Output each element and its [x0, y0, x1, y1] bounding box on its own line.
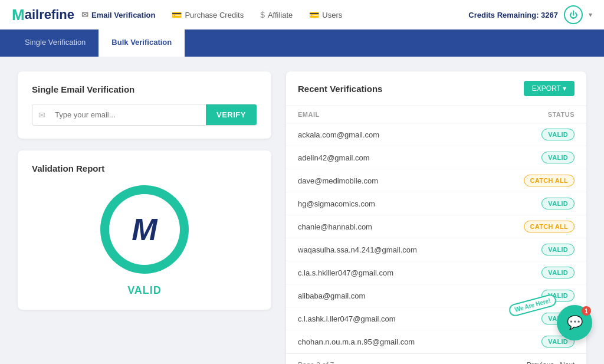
table-row[interactable]: ackala.com@gmail.comVALID: [286, 123, 586, 146]
email-cell: ackala.com@gmail.com: [298, 130, 516, 139]
recent-verifications-card: Recent Verifications EXPORT ▾ EMAIL STAT…: [286, 71, 586, 364]
nav-credits-label: Purchase Credits: [185, 11, 244, 19]
validation-status-label: VALID: [127, 284, 162, 297]
logo[interactable]: M ailrefine: [12, 6, 74, 24]
pagination: Previous Next: [527, 361, 575, 364]
recent-verifications-title: Recent Verifications: [298, 84, 382, 94]
email-cell: c.la.s.hkiller047@gmail.com: [298, 268, 516, 277]
status-cell: CATCH ALL: [516, 221, 575, 232]
nav-email-verification[interactable]: ✉ Email Verification: [74, 6, 162, 23]
logo-m: M: [12, 6, 25, 24]
table-row[interactable]: chohan.n.ou.m.a.n.95@gmail.comVALID: [286, 330, 586, 353]
nav-affiliate-label: Affiliate: [268, 11, 293, 19]
right-column: Recent Verifications EXPORT ▾ EMAIL STAT…: [286, 71, 586, 364]
credits-icon: 💳: [172, 10, 182, 19]
main-content: Single Email Verification ✉ VERIFY Valid…: [0, 57, 604, 364]
email-cell: hg@sigmacomics.com: [298, 199, 516, 208]
table-header: EMAIL STATUS: [286, 106, 586, 123]
nav-users-label: Users: [322, 11, 342, 19]
nav-affiliate[interactable]: $ Affiliate: [253, 6, 300, 23]
email-cell: adelin42@gmail.com: [298, 153, 516, 162]
email-input-row: ✉ VERIFY: [32, 104, 257, 126]
validation-logo-outer: M: [100, 185, 189, 274]
mailrefine-m-icon: M: [132, 214, 157, 245]
power-button[interactable]: ⏻: [564, 5, 583, 24]
email-cell: chanie@hannabi.com: [298, 222, 516, 231]
prev-button[interactable]: Previous: [527, 361, 554, 364]
chat-widget[interactable]: We Are Here! 💬 1: [557, 305, 592, 340]
status-cell: CATCH ALL: [516, 175, 575, 186]
status-badge: VALID: [541, 152, 575, 163]
recent-header: Recent Verifications EXPORT ▾: [286, 71, 586, 106]
sub-nav-single[interactable]: Single Verification: [12, 29, 99, 57]
chat-badge: 1: [582, 306, 591, 316]
table-row[interactable]: dave@medimobile.comCATCH ALL: [286, 169, 586, 192]
status-badge: CATCH ALL: [524, 175, 575, 186]
export-button[interactable]: EXPORT ▾: [524, 81, 575, 96]
credits-remaining: Credits Remaining: 3267: [468, 11, 558, 19]
status-cell: VALID: [516, 267, 575, 278]
col-email-header: EMAIL: [298, 111, 516, 118]
nav-purchase-credits[interactable]: 💳 Purchase Credits: [165, 6, 251, 23]
status-badge: VALID: [541, 198, 575, 209]
email-cell: alibaba@gmail.com: [298, 291, 516, 300]
sub-nav: Single Verification Bulk Verification: [0, 29, 604, 57]
email-input[interactable]: [51, 104, 206, 125]
validation-report-card: Validation Report M VALID: [18, 150, 271, 310]
status-cell: VALID: [516, 198, 575, 209]
validation-report-title: Validation Report: [32, 163, 104, 173]
next-button[interactable]: Next: [560, 361, 575, 364]
status-badge: VALID: [541, 244, 575, 255]
nav-users[interactable]: 💳 Users: [302, 6, 349, 23]
status-cell: VALID: [516, 152, 575, 163]
single-verify-title: Single Email Verification: [32, 84, 257, 94]
email-cell: dave@medimobile.com: [298, 176, 516, 185]
status-badge: VALID: [541, 267, 575, 278]
single-verify-card: Single Email Verification ✉ VERIFY: [18, 71, 271, 139]
status-badge: CATCH ALL: [524, 221, 575, 232]
verify-button[interactable]: VERIFY: [206, 104, 257, 125]
nav-email-label: Email Verification: [91, 11, 155, 19]
main-nav: ✉ Email Verification 💳 Purchase Credits …: [74, 6, 468, 23]
sub-nav-bulk[interactable]: Bulk Verification: [99, 29, 185, 57]
sub-nav-single-label: Single Verification: [25, 38, 86, 47]
email-icon: ✉: [81, 10, 88, 19]
table-row[interactable]: hg@sigmacomics.comVALID: [286, 192, 586, 215]
left-column: Single Email Verification ✉ VERIFY Valid…: [18, 71, 271, 364]
status-cell: VALID: [516, 129, 575, 140]
table-body: ackala.com@gmail.comVALIDadelin42@gmail.…: [286, 123, 586, 353]
header: M ailrefine ✉ Email Verification 💳 Purch…: [0, 0, 604, 29]
status-cell: VALID: [516, 244, 575, 255]
users-icon: 💳: [309, 10, 319, 19]
table-footer: Page 3 of 7 Previous Next: [286, 353, 586, 364]
logo-text: ailrefine: [25, 7, 74, 22]
table-row[interactable]: chanie@hannabi.comCATCH ALL: [286, 215, 586, 238]
chat-icon: 💬: [567, 315, 583, 330]
email-cell: c.l.ashk.i.ller047@gmail.com: [298, 314, 516, 323]
user-dropdown-arrow[interactable]: ▾: [589, 11, 592, 19]
table-row[interactable]: c.l.ashk.i.ller047@gmail.comVALID: [286, 307, 586, 330]
table-row[interactable]: waqasulha.ssa.n4.241@gmail.comVALID: [286, 238, 586, 261]
table-row[interactable]: adelin42@gmail.comVALID: [286, 146, 586, 169]
col-status-header: STATUS: [516, 111, 575, 118]
email-cell: chohan.n.ou.m.a.n.95@gmail.com: [298, 337, 516, 346]
header-right: Credits Remaining: 3267 ⏻ ▾: [468, 5, 592, 24]
envelope-icon: ✉: [32, 110, 51, 120]
status-badge: VALID: [541, 129, 575, 140]
page-info: Page 3 of 7: [298, 361, 334, 364]
affiliate-icon: $: [260, 10, 265, 19]
sub-nav-bulk-label: Bulk Verification: [111, 38, 172, 47]
table-row[interactable]: c.la.s.hkiller047@gmail.comVALID: [286, 261, 586, 284]
validation-logo-inner: M: [109, 194, 180, 265]
email-cell: waqasulha.ssa.n4.241@gmail.com: [298, 245, 516, 254]
